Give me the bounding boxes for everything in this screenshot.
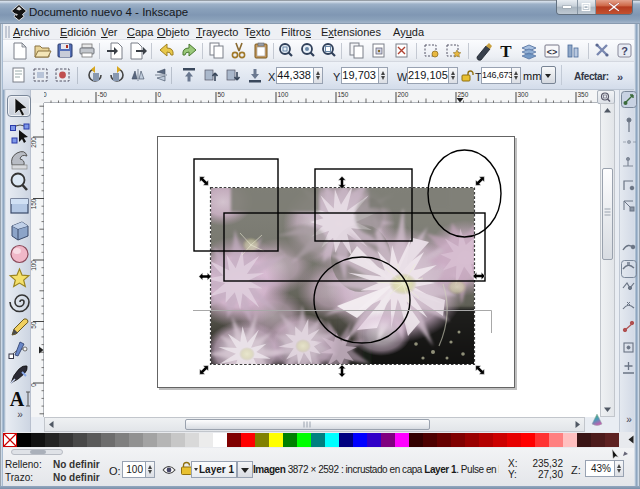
svg-text:250: 250 <box>458 91 469 98</box>
svg-text:200: 200 <box>398 91 409 98</box>
svg-text:»: » <box>626 414 632 425</box>
svg-text:150: 150 <box>31 198 37 209</box>
svg-text:?: ? <box>621 45 628 57</box>
svg-text:150: 150 <box>338 91 349 98</box>
svg-text:-100: -100 <box>44 91 47 98</box>
svg-text:0: 0 <box>31 383 37 387</box>
svg-text:A: A <box>10 388 25 410</box>
svg-text:»: » <box>17 409 23 420</box>
svg-text:50: 50 <box>31 321 37 329</box>
svg-text:<>: <> <box>547 47 558 57</box>
svg-text:-50: -50 <box>98 91 108 98</box>
svg-text:100: 100 <box>31 260 37 271</box>
svg-text:300: 300 <box>518 91 529 98</box>
svg-text:200: 200 <box>31 137 37 148</box>
svg-text:T: T <box>500 42 512 61</box>
svg-text:0: 0 <box>158 91 162 98</box>
svg-text:100: 100 <box>278 91 289 98</box>
svg-text:50: 50 <box>218 91 226 98</box>
svg-text:350: 350 <box>578 91 589 98</box>
